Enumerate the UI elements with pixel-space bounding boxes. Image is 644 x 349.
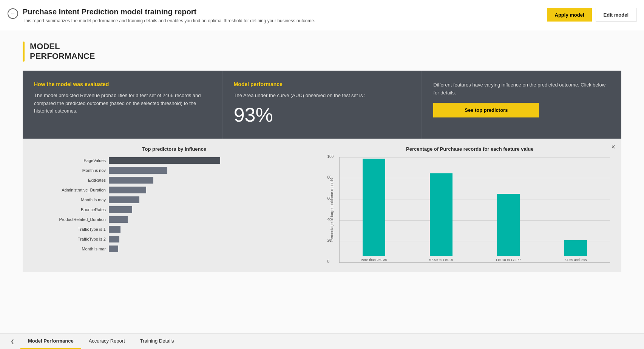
features-text: Different features have varying influenc… (433, 81, 610, 97)
h-bar-fill (109, 246, 118, 252)
v-bar-fill (564, 240, 587, 256)
h-bar-row: Month is nov (38, 167, 315, 174)
h-bar-row: TrafficType is 2 (38, 236, 315, 242)
v-bar-x-label: 57.59 to 115.18 (429, 258, 453, 263)
h-bar-label: PageValues (38, 158, 106, 163)
h-bar-row: BounceRates (38, 206, 315, 213)
h-bar-track (109, 196, 315, 203)
h-bar-track (109, 246, 315, 252)
performance-text: The Area under the curve (AUC) observed … (234, 92, 411, 100)
tab-accuracy-report[interactable]: Accuracy Report (81, 334, 133, 349)
v-bar-col: 57.59 and less (545, 240, 606, 263)
section-title-accent-bar (23, 42, 25, 62)
charts-panel: × Top predictors by influence PageValues… (23, 139, 621, 272)
h-bar-label: ExitRates (38, 178, 106, 182)
vertical-bar-chart: 100806040200 More than 230.3657.59 to 11… (339, 157, 610, 263)
evaluation-text: The model predicted Revenue probabilitie… (34, 92, 211, 115)
v-bar-x-label: 115.18 to 172.77 (496, 258, 521, 263)
h-bar-row: Month is may (38, 196, 315, 203)
h-bar-fill (109, 226, 120, 233)
h-bar-row: Month is mar (38, 246, 315, 252)
h-bar-track (109, 177, 315, 184)
v-bar-col: 57.59 to 115.18 (411, 173, 472, 263)
h-bar-label: Administrative_Duration (38, 188, 106, 192)
h-bar-row: ProductRelated_Duration (38, 216, 315, 223)
page-subtitle: This report summarizes the model perform… (23, 18, 315, 23)
evaluation-title: How the model was evaluated (34, 81, 211, 87)
h-bar-label: TrafficType is 2 (38, 237, 106, 241)
h-bar-track (109, 167, 315, 174)
h-bar-row: Administrative_Duration (38, 187, 315, 193)
h-bar-track (109, 236, 315, 242)
y-grid-line: 100 (340, 157, 610, 158)
tab-training-details[interactable]: Training Details (133, 334, 182, 349)
bottom-tabs: ❮ Model PerformanceAccuracy ReportTraini… (0, 333, 644, 349)
v-bar-area: 100806040200 More than 230.3657.59 to 11… (339, 157, 610, 263)
left-chart-title: Top predictors by influence (34, 146, 315, 152)
edit-model-button[interactable]: Edit model (596, 8, 636, 22)
info-col-performance: Model performance The Area under the cur… (222, 71, 422, 139)
info-col-features: Different features have varying influenc… (422, 71, 621, 139)
y-axis-label: Percentage of target outcome records (330, 178, 334, 242)
v-bar-col: 115.18 to 172.77 (478, 194, 539, 262)
h-bar-fill (109, 206, 132, 213)
y-grid-label: 0 (327, 259, 330, 264)
tab-scroll-left[interactable]: ❮ (8, 339, 17, 344)
header-left: Purchase Intent Prediction model trainin… (8, 7, 315, 23)
left-chart-block: Top predictors by influence PageValuesMo… (34, 146, 315, 252)
v-bar-fill (430, 173, 452, 256)
h-bar-label: BounceRates (38, 207, 106, 212)
h-bar-track (109, 226, 315, 233)
tab-model-performance[interactable]: Model Performance (20, 334, 81, 349)
right-chart-block: Percentage of Purchase records for each … (330, 146, 610, 263)
see-top-predictors-button[interactable]: See top predictors (433, 103, 539, 117)
h-bar-fill (109, 177, 153, 184)
back-button[interactable] (8, 8, 18, 19)
h-bar-label: Month is mar (38, 247, 106, 251)
h-bar-fill (109, 216, 128, 223)
info-panel: How the model was evaluated The model pr… (23, 71, 621, 139)
h-bar-label: Month is nov (38, 168, 106, 173)
v-bar-x-label: 57.59 and less (565, 258, 587, 263)
info-col-evaluation: How the model was evaluated The model pr… (23, 71, 222, 139)
h-bar-track (109, 216, 315, 223)
y-grid-label: 100 (327, 154, 334, 159)
apply-model-button[interactable]: Apply model (547, 8, 592, 22)
h-bar-row: PageValues (38, 157, 315, 164)
h-bar-fill (109, 196, 139, 203)
h-bar-track (109, 157, 315, 164)
v-bar-fill (363, 159, 385, 256)
page-title: Purchase Intent Prediction model trainin… (23, 7, 315, 17)
h-bar-label: TrafficType is 1 (38, 227, 106, 232)
section-title: MODEL PERFORMANCE (30, 42, 95, 62)
charts-row: Top predictors by influence PageValuesMo… (34, 146, 610, 263)
h-bar-fill (109, 167, 167, 174)
h-bar-label: Month is may (38, 198, 106, 202)
close-charts-button[interactable]: × (611, 143, 615, 151)
h-bar-label: ProductRelated_Duration (38, 217, 106, 222)
header-title-block: Purchase Intent Prediction model trainin… (23, 7, 315, 23)
performance-title: Model performance (234, 81, 411, 87)
h-bar-row: ExitRates (38, 177, 315, 184)
h-bar-row: TrafficType is 1 (38, 226, 315, 233)
tabs-container: Model PerformanceAccuracy ReportTraining… (20, 334, 182, 349)
right-chart-title: Percentage of Purchase records for each … (330, 146, 610, 152)
h-bar-fill (109, 236, 119, 242)
page-header: Purchase Intent Prediction model trainin… (0, 0, 644, 30)
auc-value: 93% (234, 103, 411, 126)
header-actions: Apply model Edit model (547, 8, 636, 22)
vertical-bar-chart-container: Percentage of target outcome records 100… (330, 157, 610, 263)
v-bar-col: More than 230.36 (343, 159, 405, 263)
horizontal-bar-chart: PageValuesMonth is novExitRatesAdministr… (34, 157, 315, 252)
h-bar-track (109, 206, 315, 213)
h-bar-fill (109, 187, 146, 193)
section-title-block: MODEL PERFORMANCE (23, 42, 621, 62)
h-bar-track (109, 187, 315, 193)
h-bar-fill (109, 157, 220, 164)
v-bar-x-label: More than 230.36 (360, 258, 387, 263)
main-content: MODEL PERFORMANCE How the model was eval… (0, 30, 644, 333)
v-bar-fill (497, 194, 520, 256)
